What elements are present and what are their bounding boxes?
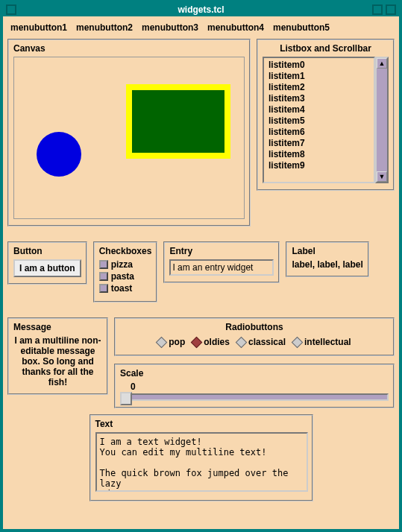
scroll-up-icon[interactable]: ▲	[377, 58, 387, 69]
scroll-down-icon[interactable]: ▼	[377, 171, 387, 182]
radio-icon	[191, 336, 203, 348]
checkbox-toast[interactable]: toast	[99, 283, 152, 294]
list-item[interactable]: listitem6	[266, 127, 372, 138]
radio-title: Radiobuttons	[120, 322, 389, 332]
radio-label: pop	[169, 337, 185, 347]
radio-label: oldies	[204, 337, 230, 347]
menubutton-5[interactable]: menubutton5	[273, 22, 330, 33]
message-group: Message I am a multiline non-editable me…	[7, 317, 108, 395]
label-group: Label label, label, label	[286, 241, 368, 277]
window-max-icon[interactable]	[386, 4, 396, 15]
radio-label: classical	[248, 337, 286, 347]
scale-thumb[interactable]	[120, 392, 132, 405]
checkbox-icon	[99, 284, 108, 293]
radio-icon	[236, 336, 248, 348]
menubutton-2[interactable]: menubutton2	[76, 22, 133, 33]
label-title: Label	[292, 246, 362, 256]
button-title: Button	[13, 246, 81, 256]
green-rect-icon	[132, 90, 224, 153]
radio-icon	[292, 336, 304, 348]
menubutton-4[interactable]: menubutton4	[207, 22, 264, 33]
menubutton-1[interactable]: menubutton1	[10, 22, 67, 33]
list-item[interactable]: listitem9	[266, 160, 372, 171]
list-item[interactable]: listitem8	[266, 149, 372, 160]
message-title: Message	[13, 322, 102, 332]
listbox-widget[interactable]: listitem0 listitem1 listitem2 listitem3 …	[263, 57, 375, 183]
radio-classical[interactable]: classical	[237, 337, 286, 347]
scale-value: 0	[120, 381, 389, 392]
listbox-group: Listbox and Scrollbar listitem0 listitem…	[257, 39, 395, 191]
checkbox-icon	[99, 272, 108, 281]
checkbox-pizza[interactable]: pizza	[99, 259, 152, 270]
checkbox-label: toast	[111, 283, 133, 294]
canvas-group: Canvas	[7, 39, 251, 227]
window-min-icon[interactable]	[372, 4, 383, 15]
checkbox-pasta[interactable]: pasta	[99, 271, 152, 282]
list-item[interactable]: listitem5	[266, 115, 372, 127]
listbox-title: Listbox and Scrollbar	[263, 43, 389, 54]
window-menu-icon[interactable]	[6, 4, 16, 15]
checkboxes-group: Checkboxes pizza pasta toast	[93, 241, 158, 303]
blue-circle-icon	[37, 132, 81, 177]
message-body: I am a multiline non-editable message bo…	[13, 335, 102, 387]
radio-intellectual[interactable]: intellectual	[293, 337, 351, 347]
list-item[interactable]: listitem4	[266, 104, 372, 115]
label-text: label, label, label	[292, 259, 362, 270]
checkbox-label: pizza	[111, 259, 133, 270]
radio-label: intellectual	[304, 337, 351, 347]
window-title: widgets.tcl	[178, 4, 224, 15]
button-group: Button I am a button	[7, 241, 87, 285]
list-item[interactable]: listitem1	[266, 71, 372, 82]
scale-title: Scale	[120, 368, 389, 379]
entry-title: Entry	[169, 246, 274, 256]
list-item[interactable]: listitem3	[266, 93, 372, 104]
menubutton-3[interactable]: menubutton3	[142, 22, 198, 33]
radio-group: Radiobuttons pop oldies classical intell…	[114, 317, 395, 356]
checkbox-label: pasta	[111, 271, 134, 282]
list-item[interactable]: listitem2	[266, 82, 372, 93]
text-title: Text	[95, 419, 307, 429]
list-item[interactable]: listitem7	[266, 138, 372, 149]
titlebar: widgets.tcl	[3, 3, 399, 16]
checkboxes-title: Checkboxes	[99, 246, 152, 256]
list-item[interactable]: listitem0	[266, 60, 372, 71]
demo-button[interactable]: I am a button	[13, 259, 81, 277]
canvas-title: Canvas	[13, 43, 245, 54]
menubar: menubutton1 menubutton2 menubutton3 menu…	[7, 21, 395, 39]
scale-widget[interactable]	[120, 393, 389, 401]
scale-group: Scale 0	[114, 364, 395, 408]
radio-icon	[156, 336, 168, 348]
radio-oldies[interactable]: oldies	[192, 337, 230, 347]
yellow-rect-icon	[126, 84, 230, 159]
scrollbar[interactable]: ▲ ▼	[375, 57, 389, 183]
entry-group: Entry	[163, 241, 280, 283]
text-group: Text	[89, 414, 313, 501]
scroll-track[interactable]	[377, 69, 387, 171]
radio-pop[interactable]: pop	[157, 337, 185, 347]
entry-input[interactable]	[169, 259, 274, 276]
main-window: widgets.tcl menubutton1 menubutton2 menu…	[0, 0, 402, 532]
checkbox-icon	[99, 260, 108, 269]
text-widget[interactable]	[95, 432, 308, 492]
canvas-widget[interactable]	[13, 57, 245, 219]
